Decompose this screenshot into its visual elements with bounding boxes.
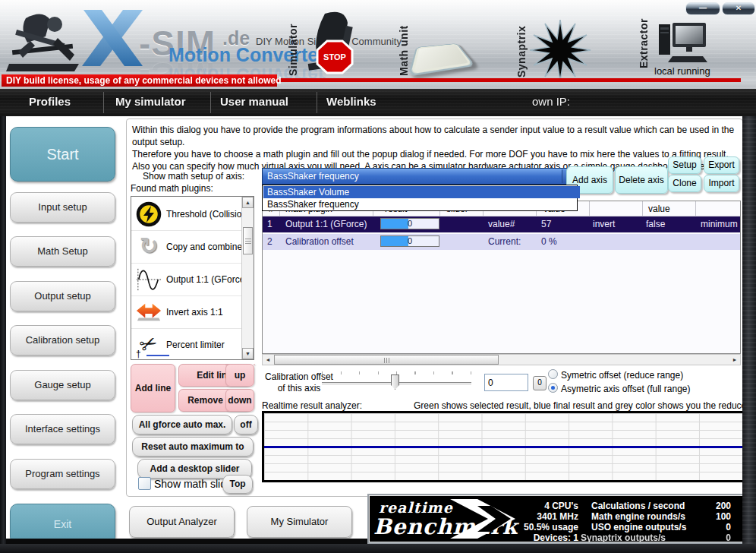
line-up[interactable]: up — [225, 364, 254, 387]
scrollbar-thumb[interactable] — [274, 355, 499, 365]
cpu-usage: 50.5% usage — [461, 522, 578, 532]
menu-user-manual[interactable]: User manual — [220, 95, 288, 108]
symetric-offset-radio[interactable] — [548, 369, 558, 379]
export-button[interactable]: Export — [704, 156, 739, 174]
menu-profiles[interactable]: Profiles — [29, 95, 71, 108]
devices-count: Devices: 1 — [461, 532, 578, 542]
realtime-benchmark-panel: realtime Benchmark 4 CPU's Calculations … — [367, 494, 750, 544]
table-horizontal-scrollbar[interactable]: ◄ ► — [262, 354, 741, 365]
math-rounds-label: Math engine rounds/s — [591, 511, 685, 522]
dropdown-option-bassshaker-frequency[interactable]: BassShaker frequency — [263, 198, 580, 210]
lightning-circle-icon — [136, 201, 162, 227]
local-running-status: local running — [654, 65, 710, 77]
result-progress-bar: 0 — [380, 235, 439, 247]
invert-arrows-icon — [136, 299, 162, 325]
asymetric-offset-radio[interactable] — [548, 383, 558, 393]
menu-bar — [0, 89, 756, 116]
all-gforce-auto-max-button[interactable]: All gforce auto max. on — [132, 415, 232, 434]
menu-my-simulator[interactable]: My simulator — [115, 95, 186, 108]
red-divider-line — [273, 78, 741, 82]
window-bottom-edge — [0, 544, 756, 553]
sidebar-input-setup-button[interactable]: Input setup — [10, 192, 115, 223]
plugins-scrollbar[interactable]: ▲ ▼ — [241, 197, 254, 359]
synaptrix-outputs-label: Synaptrix outputs/s — [581, 532, 666, 542]
sidebar-gauge-setup-button[interactable]: Gauge setup — [10, 370, 115, 400]
plugins-scrollbar-thumb[interactable] — [243, 227, 253, 254]
rotate-arrow-icon: ↻ — [136, 234, 162, 260]
show-math-sliders-checkbox[interactable] — [138, 477, 151, 490]
uso-outputs-label: USO engine outputs/s — [591, 522, 686, 532]
symetric-offset-label: Symetric offset (reduce range) — [561, 370, 683, 381]
sidebar-interface-settings-button[interactable]: Interface settings — [10, 414, 115, 444]
uso-outputs-value: 0 — [707, 522, 731, 532]
stop-sign-icon: STOP — [316, 40, 354, 74]
station-label-extractor: Extractor — [638, 20, 650, 68]
plugin-item-copy-combine[interactable]: ↻ Copy and combine — [131, 231, 242, 264]
add-line-button[interactable]: Add line — [131, 364, 175, 412]
reset-auto-maximum-button[interactable]: Reset auto maximum to low — [132, 437, 254, 457]
final-result-line — [264, 446, 742, 448]
scroll-left-icon[interactable]: ◄ — [263, 355, 273, 365]
sidebar-program-settings-button[interactable]: Program settings — [10, 459, 115, 489]
close-button[interactable]: ✕ — [722, 2, 755, 15]
sidebar-output-setup-button[interactable]: Output setup — [10, 281, 115, 311]
station-label-math-unit: Math unit — [398, 21, 410, 76]
scroll-up-icon[interactable]: ▲ — [242, 197, 254, 208]
plugin-item-invert-axis[interactable]: Invert axis 1:1 — [131, 296, 242, 329]
realtime-analyzer-chart — [262, 411, 745, 482]
math-plugins-list: Threshold (Collision) ↻ Copy and combine… — [131, 196, 254, 360]
station-label-synaptrix: Synaptrix — [515, 20, 528, 77]
axis-select-value: BassShaker frequency — [267, 171, 359, 182]
plugin-item-threshold[interactable]: Threshold (Collision) — [131, 198, 242, 231]
menu-separator — [210, 92, 211, 113]
slider-tick-marks — [322, 371, 471, 374]
output-analyzer-button[interactable]: Output Analyzer — [129, 506, 235, 538]
auto-max-off-button[interactable]: off — [234, 415, 258, 434]
window-right-edge — [742, 116, 756, 544]
svg-text:STOP: STOP — [323, 52, 346, 62]
menu-separator — [317, 92, 317, 113]
dropdown-option-bassshaker-volume[interactable]: BassShaker Volume — [263, 186, 580, 198]
extractor-computer-icon — [657, 21, 709, 65]
up-button[interactable] — [254, 364, 255, 365]
found-math-plugins-label: Found math plugins: — [131, 183, 213, 194]
header-banner: -SIM .de DIY Motion Simulator Community … — [0, 0, 756, 90]
cpu-mhz: 3401 MHz — [461, 511, 578, 522]
plugin-item-output-gforce[interactable]: Output 1:1 (GForce) — [131, 264, 242, 296]
calibration-offset-input[interactable] — [484, 374, 528, 391]
xsim-x-logo-icon — [79, 10, 146, 66]
menu-separator — [103, 92, 104, 113]
partial-plugin-icon: † — [136, 349, 141, 359]
sidebar-calibration-setup-button[interactable]: Calibration setup — [10, 325, 115, 356]
instructions-line-1: Within this dialog you have to provide t… — [132, 124, 739, 148]
result-progress-bar: 0 — [380, 218, 439, 229]
sidebar-math-setup-button[interactable]: Math Setup — [10, 236, 115, 267]
import-button[interactable]: Import — [704, 175, 739, 192]
math-setup-table: # math plugin result slider value value … — [262, 201, 741, 354]
top-button[interactable]: Top — [222, 475, 253, 494]
station-label-simulator: Simulator — [287, 17, 299, 76]
table-row-output-gforce[interactable]: 1 Output 1:1 (GForce) 0 value# 57 invert… — [263, 216, 740, 232]
instructions-line-2: Therefore you have to choose a math plug… — [132, 148, 739, 160]
table-row-calibration-offset[interactable]: 2 Calibration offset 0 Current: 0 % — [263, 234, 740, 250]
setup-button[interactable]: Setup — [668, 156, 701, 174]
realtime-analyzer-label: Realtime result analyzer: — [262, 400, 362, 411]
clone-button[interactable]: Clone — [668, 175, 701, 192]
license-banner: DIY build license, usage of any commerci… — [2, 74, 277, 87]
menu-weblinks[interactable]: Weblinks — [326, 95, 376, 108]
scroll-right-icon[interactable]: ► — [729, 355, 740, 365]
bottom-shadow-bar — [6, 539, 369, 544]
own-ip-label: own IP: — [532, 95, 570, 108]
my-simulator-button[interactable]: My Simulator — [247, 506, 352, 538]
delete-axis-button[interactable]: Delete axis — [615, 166, 668, 194]
sidebar-start-button[interactable]: Start — [10, 127, 115, 182]
scroll-down-icon[interactable]: ▼ — [242, 348, 254, 359]
offset-zero-button[interactable]: 0 — [533, 376, 547, 390]
axis-select-dropdown[interactable]: BassShaker frequency ▼ — [262, 168, 578, 185]
minimize-button[interactable]: — — [685, 2, 720, 15]
motion-converter-window: -SIM .de DIY Motion Simulator Community … — [0, 0, 756, 553]
synaptrix-starburst-icon — [527, 20, 594, 81]
instructions-text: Within this dialog you have to provide t… — [132, 124, 739, 172]
line-down[interactable]: down — [225, 389, 254, 412]
calc-per-second-label: Calculations / second — [591, 501, 685, 511]
